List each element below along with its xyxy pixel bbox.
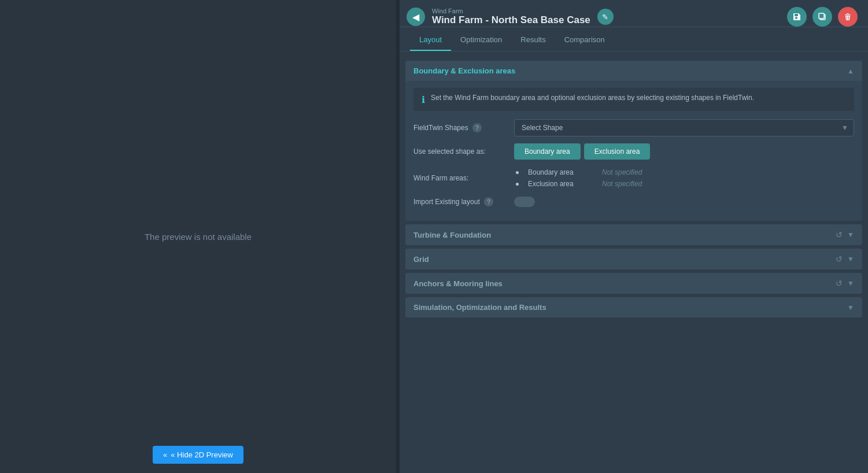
bullet-icon: [516, 183, 519, 186]
delete-button[interactable]: [838, 7, 858, 27]
list-item: Exclusion area Not specified: [514, 178, 642, 190]
copy-button[interactable]: [812, 7, 832, 27]
anchors-mooring-title: Anchors & Mooring lines: [413, 279, 503, 288]
shape-select[interactable]: Select Shape: [514, 119, 854, 136]
preview-panel: The preview is not available « « Hide 2D…: [0, 0, 396, 473]
reset-icon[interactable]: ↺: [836, 254, 843, 264]
boundary-area-name: Boundary area: [528, 168, 597, 176]
exclusion-area-value: Not specified: [602, 180, 642, 188]
import-layout-toggle[interactable]: [514, 197, 535, 207]
tab-optimization[interactable]: Optimization: [451, 29, 511, 51]
reset-icon[interactable]: ↺: [836, 279, 843, 288]
fieldtwin-shapes-help-icon[interactable]: ?: [472, 123, 482, 132]
shape-select-wrapper: Select Shape ▼: [514, 119, 854, 136]
app-container: The preview is not available « « Hide 2D…: [0, 0, 868, 473]
grid-actions: ↺ ▼: [836, 254, 854, 264]
reset-icon[interactable]: ↺: [836, 230, 843, 239]
breadcrumb: Wind Farm: [432, 8, 590, 14]
anchors-mooring-section: Anchors & Mooring lines ↺ ▼: [405, 273, 862, 294]
header-actions: [787, 7, 858, 27]
grid-title: Grid: [413, 255, 429, 264]
save-icon: [792, 12, 801, 21]
expand-icon: ▼: [847, 304, 854, 312]
exclusion-area-name: Exclusion area: [528, 180, 597, 188]
simulation-header[interactable]: Simulation, Optimization and Results ▼: [405, 297, 862, 317]
tab-layout[interactable]: Layout: [410, 29, 451, 51]
boundary-area-value: Not specified: [602, 168, 642, 176]
wind-farm-areas: Wind Farm areas: Boundary area Not speci…: [413, 167, 854, 190]
list-item: Boundary area Not specified: [514, 167, 642, 178]
edit-button[interactable]: ✎: [597, 9, 614, 25]
expand-icon: ▼: [847, 279, 854, 287]
anchors-mooring-header[interactable]: Anchors & Mooring lines ↺ ▼: [405, 273, 862, 294]
boundary-exclusion-header[interactable]: Boundary & Exclusion areas ▲: [405, 61, 862, 81]
back-button[interactable]: ◀: [407, 8, 425, 26]
collapse-icon: ▲: [847, 67, 854, 75]
content-area: Boundary & Exclusion areas ▲ ℹ Set the W…: [400, 51, 868, 473]
page-title: Wind Farm - North Sea Base Case: [432, 14, 590, 26]
simulation-section: Simulation, Optimization and Results ▼: [405, 297, 862, 317]
header-left: ◀ Wind Farm Wind Farm - North Sea Base C…: [407, 8, 614, 26]
copy-icon: [818, 12, 827, 21]
use-shape-label: Use selected shape as:: [413, 147, 506, 156]
turbine-foundation-header[interactable]: Turbine & Foundation ↺ ▼: [405, 224, 862, 245]
use-shape-row: Use selected shape as: Boundary area Exc…: [413, 143, 854, 160]
title-group: Wind Farm Wind Farm - North Sea Base Cas…: [432, 8, 590, 26]
info-icon: ℹ: [422, 94, 425, 105]
right-panel: ◀ Wind Farm Wind Farm - North Sea Base C…: [400, 0, 868, 473]
boundary-exclusion-title: Boundary & Exclusion areas: [413, 66, 515, 75]
hide-preview-button[interactable]: « « Hide 2D Preview: [153, 446, 243, 464]
info-box: ℹ Set the Wind Farm boundary area and op…: [413, 88, 854, 111]
fieldtwin-shapes-label: FieldTwin Shapes ?: [413, 123, 506, 132]
wind-farm-areas-label: Wind Farm areas:: [413, 174, 506, 182]
bullet-icon: [516, 171, 519, 174]
header: ◀ Wind Farm Wind Farm - North Sea Base C…: [400, 0, 868, 27]
back-arrow-icon: ◀: [412, 12, 419, 23]
area-buttons: Boundary area Exclusion area: [514, 143, 650, 160]
exclusion-area-button[interactable]: Exclusion area: [584, 143, 651, 160]
info-text: Set the Wind Farm boundary area and opti…: [431, 94, 754, 102]
trash-icon: [843, 12, 852, 21]
save-button[interactable]: [787, 7, 807, 27]
hide-preview-label: « Hide 2D Preview: [171, 450, 233, 459]
boundary-area-button[interactable]: Boundary area: [514, 143, 581, 160]
grid-section: Grid ↺ ▼: [405, 249, 862, 269]
simulation-actions: ▼: [847, 304, 854, 312]
expand-icon: ▼: [847, 231, 854, 239]
chevron-left-icon: «: [163, 450, 167, 459]
turbine-foundation-title: Turbine & Foundation: [413, 231, 491, 239]
anchors-mooring-actions: ↺ ▼: [836, 279, 854, 288]
fieldtwin-shapes-row: FieldTwin Shapes ? Select Shape ▼: [413, 119, 854, 136]
tab-comparison[interactable]: Comparison: [555, 29, 614, 51]
turbine-foundation-section: Turbine & Foundation ↺ ▼: [405, 224, 862, 245]
boundary-exclusion-body: ℹ Set the Wind Farm boundary area and op…: [405, 81, 862, 221]
preview-unavailable-text: The preview is not available: [145, 232, 252, 242]
grid-header[interactable]: Grid ↺ ▼: [405, 249, 862, 269]
import-layout-help-icon[interactable]: ?: [484, 197, 493, 206]
area-items-list: Boundary area Not specified Exclusion ar…: [514, 167, 642, 190]
tabs-bar: Layout Optimization Results Comparison: [400, 29, 868, 51]
boundary-exclusion-section: Boundary & Exclusion areas ▲ ℹ Set the W…: [405, 61, 862, 221]
wind-farm-areas-row: Wind Farm areas: Boundary area Not speci…: [413, 167, 854, 190]
simulation-title: Simulation, Optimization and Results: [413, 303, 546, 312]
import-layout-row: Import Existing layout ?: [413, 197, 854, 207]
expand-icon: ▼: [847, 255, 854, 263]
import-layout-label: Import Existing layout ?: [413, 197, 506, 206]
boundary-exclusion-actions: ▲: [847, 67, 854, 75]
svg-rect-1: [819, 13, 824, 19]
tab-results[interactable]: Results: [511, 29, 555, 51]
edit-icon: ✎: [602, 13, 608, 21]
turbine-foundation-actions: ↺ ▼: [836, 230, 854, 239]
